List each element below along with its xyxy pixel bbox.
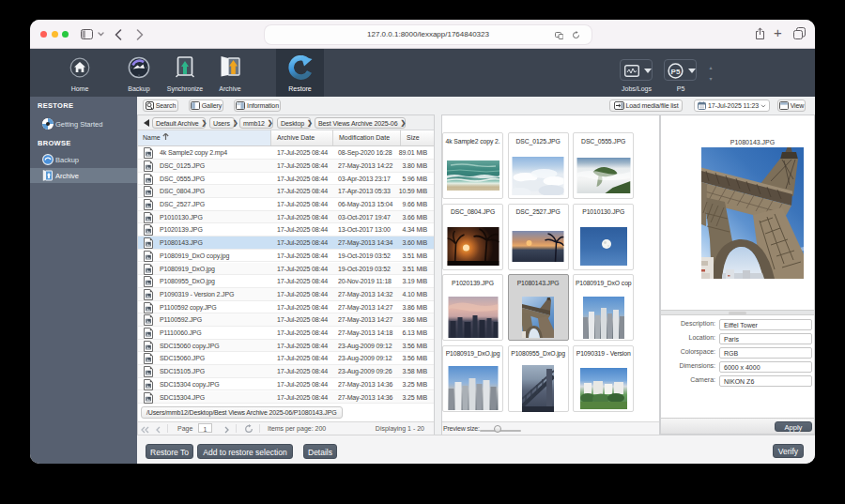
svg-text:P5: P5 <box>671 68 681 76</box>
